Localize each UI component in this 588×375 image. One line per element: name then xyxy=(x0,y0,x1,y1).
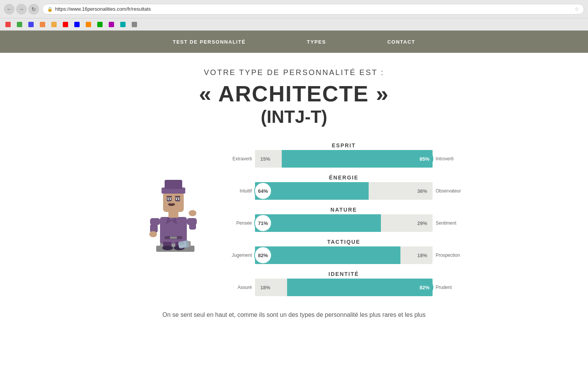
trait-bar-fill-identite xyxy=(287,279,433,296)
bookmark-icon xyxy=(5,22,11,27)
trait-left-label-nature: Pensée xyxy=(221,220,252,226)
trait-right-label-energie: Observateur xyxy=(436,188,466,194)
svg-rect-15 xyxy=(189,218,196,230)
trait-title-identite: IDENTITÉ xyxy=(221,271,466,277)
bookmark-icon xyxy=(86,22,91,27)
bookmark-item[interactable] xyxy=(3,20,13,29)
bars-section: ESPRITExtraverti85%15%IntrovertiÉNERGIEI… xyxy=(221,142,466,296)
trait-right-label-identite: Prudent xyxy=(436,285,466,290)
bookmark-item[interactable] xyxy=(95,20,105,29)
bookmark-item[interactable] xyxy=(106,20,116,29)
trait-bar-fill-esprit xyxy=(282,150,433,168)
svg-rect-31 xyxy=(175,196,180,197)
trait-bar-identite: 82%18% xyxy=(255,279,433,296)
svg-point-16 xyxy=(189,210,196,216)
bookmark-icon xyxy=(109,22,114,27)
trait-group-tactique: TACTIQUEJugement82%18%Prospection xyxy=(221,239,466,264)
address-bar[interactable]: 🔒 https://www.16personalities.com/fr/res… xyxy=(42,4,584,15)
trait-left-label-tactique: Jugement xyxy=(221,253,252,258)
bookmark-item[interactable] xyxy=(60,20,70,29)
trait-left-label-energie: Intuitif xyxy=(221,188,252,194)
bookmark-star-icon[interactable]: ☆ xyxy=(575,6,579,12)
bookmark-icon xyxy=(28,22,34,27)
trait-bar-circle-right-identite: 82% xyxy=(416,279,433,296)
svg-rect-11 xyxy=(150,218,160,225)
trait-right-pct-nature: 29% xyxy=(417,220,427,226)
trait-row-esprit: Extraverti85%15%Introverti xyxy=(221,150,466,168)
character-illustration xyxy=(122,142,221,257)
trait-row-nature: Pensée71%29%Sentiment xyxy=(221,214,466,232)
trait-group-nature: NATUREPensée71%29%Sentiment xyxy=(221,207,466,232)
svg-point-29 xyxy=(171,203,175,205)
svg-rect-6 xyxy=(170,236,177,239)
personality-subtitle: VOTRE TYPE DE PERSONNALITÉ EST : xyxy=(204,68,384,77)
nav-item-types[interactable]: TYPES xyxy=(276,31,357,53)
bookmark-icon xyxy=(120,22,126,27)
svg-rect-18 xyxy=(163,192,184,212)
bookmark-icon xyxy=(40,22,45,27)
trait-bar-fill-energie xyxy=(255,182,369,200)
trait-bar-tactique: 82%18% xyxy=(255,246,433,264)
trait-title-energie: ÉNERGIE xyxy=(221,174,466,181)
bookmark-item[interactable] xyxy=(26,20,36,29)
back-button[interactable]: ← xyxy=(4,4,15,15)
trait-bar-fill-nature xyxy=(255,214,381,232)
content-area: ESPRITExtraverti85%15%IntrovertiÉNERGIEI… xyxy=(122,142,466,296)
architect-character-svg xyxy=(129,158,214,257)
bookmark-item[interactable] xyxy=(118,20,128,29)
trait-row-identite: Assuré82%18%Prudent xyxy=(221,279,466,296)
bookmark-icon xyxy=(51,22,57,27)
trait-left-label-esprit: Extraverti xyxy=(221,156,252,161)
url-text: https://www.16personalities.com/fr/resul… xyxy=(55,6,151,12)
lock-icon: 🔒 xyxy=(47,7,53,12)
bookmark-icon xyxy=(97,22,103,27)
nav-buttons: ← → ↻ xyxy=(4,4,39,15)
trait-group-esprit: ESPRITExtraverti85%15%Introverti xyxy=(221,142,466,168)
trait-right-pct-energie: 36% xyxy=(417,188,427,194)
bookmark-item[interactable] xyxy=(15,20,24,29)
main-content: VOTRE TYPE DE PERSONNALITÉ EST : « ARCHI… xyxy=(0,53,588,331)
refresh-button[interactable]: ↻ xyxy=(28,4,39,15)
nav-item-test[interactable]: TEST DE PERSONNALITÉ xyxy=(142,31,276,53)
trait-bar-fill-tactique xyxy=(255,246,400,264)
trait-title-tactique: TACTIQUE xyxy=(221,239,466,245)
personality-type-code: (INTJ-T) xyxy=(261,106,327,127)
bookmark-item[interactable] xyxy=(49,20,59,29)
svg-rect-30 xyxy=(167,196,172,197)
trait-right-label-nature: Sentiment xyxy=(436,220,466,226)
trait-group-identite: IDENTITÉAssuré82%18%Prudent xyxy=(221,271,466,296)
trait-left-pct-identite: 18% xyxy=(260,285,270,290)
trait-left-pct-esprit: 15% xyxy=(260,156,270,162)
trait-title-nature: NATURE xyxy=(221,207,466,213)
svg-rect-27 xyxy=(177,198,178,200)
browser-chrome: ← → ↻ 🔒 https://www.16personalities.com/… xyxy=(0,0,588,18)
nav-item-contact[interactable]: CONTACT xyxy=(357,31,446,53)
trait-bar-circle-right-esprit: 85% xyxy=(416,150,433,168)
trait-right-label-esprit: Introverti xyxy=(436,156,466,161)
trait-row-tactique: Jugement82%18%Prospection xyxy=(221,246,466,264)
trait-title-esprit: ESPRIT xyxy=(221,142,466,148)
personality-type-name: « ARCHITECTE » xyxy=(199,81,389,106)
trait-bar-nature: 71%29% xyxy=(255,214,433,232)
trait-bar-circle-left-tactique: 82% xyxy=(254,246,272,264)
description-text: On se sent seul en haut et, comme ils so… xyxy=(162,310,425,320)
svg-rect-26 xyxy=(168,198,170,200)
bookmark-item[interactable] xyxy=(38,20,47,29)
trait-right-label-tactique: Prospection xyxy=(436,253,466,258)
svg-point-13 xyxy=(149,231,157,237)
bookmark-item[interactable] xyxy=(83,20,93,29)
trait-left-label-identite: Assuré xyxy=(221,285,252,290)
forward-button[interactable]: → xyxy=(16,4,27,15)
trait-row-energie: Intuitif64%36%Observateur xyxy=(221,182,466,200)
svg-point-9 xyxy=(162,246,173,250)
svg-marker-21 xyxy=(165,181,182,188)
bookmark-icon xyxy=(132,22,137,27)
trait-group-energie: ÉNERGIEIntuitif64%36%Observateur xyxy=(221,174,466,200)
bookmark-icon xyxy=(63,22,68,27)
trait-bar-esprit: 85%15% xyxy=(255,150,433,168)
bookmarks-bar xyxy=(0,18,588,31)
bookmark-item[interactable] xyxy=(72,20,82,29)
bookmark-item[interactable] xyxy=(129,20,139,29)
trait-bar-circle-left-energie: 64% xyxy=(254,182,272,200)
bookmark-icon xyxy=(17,22,22,27)
